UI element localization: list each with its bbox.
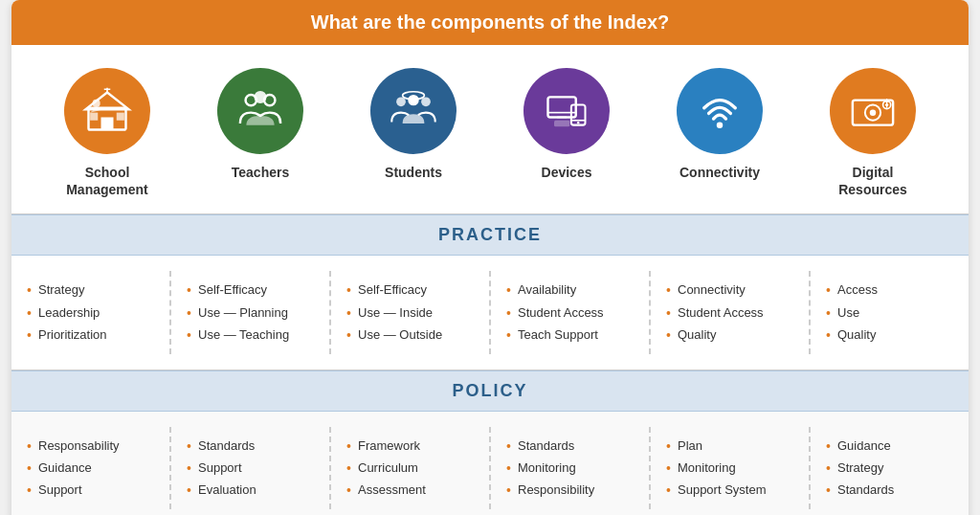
list-item: Teach Support [506, 324, 634, 346]
icon-circle-digital [830, 68, 916, 154]
practice-col-5: Connectivity Student Access Quality [651, 271, 811, 353]
list-item: Curriculum [346, 457, 474, 479]
svg-rect-2 [101, 118, 114, 130]
list-item: Standards [826, 479, 953, 501]
icon-item-devices: Devices [500, 68, 634, 198]
list-item: Strategy [27, 279, 154, 301]
policy-col-6: Guidance Strategy Standards [811, 427, 969, 509]
list-item: Quality [666, 324, 793, 346]
policy-row: Responsability Guidance Support Standard… [11, 412, 969, 515]
list-item: Quality [826, 324, 953, 346]
list-item: Monitoring [666, 457, 793, 479]
main-card: What are the components of the Index? Sc… [11, 0, 969, 515]
list-item: Student Access [666, 302, 793, 324]
icon-circle-school [64, 68, 150, 154]
icon-circle-connectivity [677, 68, 763, 154]
policy-header: POLICY [11, 370, 969, 412]
students-icon [389, 86, 438, 136]
list-item: Use — Outside [346, 324, 474, 346]
practice-col-2: Self-Efficacy Use — Planning Use — Teach… [171, 271, 331, 353]
practice-col-3: Self-Efficacy Use — Inside Use — Outside [331, 271, 491, 353]
list-item: Prioritization [27, 324, 154, 346]
list-item: Responsibility [506, 479, 634, 501]
practice-row: Strategy Leadership Prioritization Self-… [11, 256, 969, 369]
list-item: Use — Inside [346, 302, 474, 324]
list-item: Connectivity [666, 279, 793, 301]
list-item: Access [826, 279, 953, 301]
practice-header: PRACTICE [11, 214, 969, 256]
icon-item-digital: DigitalResources [806, 68, 940, 198]
policy-section: POLICY Responsability Guidance Support S… [11, 369, 969, 515]
policy-col-2: Standards Support Evaluation [171, 427, 331, 509]
list-item: Self-Efficacy [346, 279, 474, 301]
connectivity-icon [695, 86, 745, 136]
list-item: Responsability [27, 435, 154, 457]
list-item: Availability [506, 279, 634, 301]
svg-point-10 [255, 91, 267, 103]
list-item: Strategy [826, 457, 953, 479]
school-label: SchoolManagement [66, 164, 148, 198]
list-item: Support [27, 479, 154, 501]
header-bar: What are the components of the Index? [11, 0, 969, 45]
policy-col-4: Standards Monitoring Responsibility [491, 427, 651, 509]
practice-section: PRACTICE Strategy Leadership Prioritizat… [11, 213, 969, 369]
practice-col-1: Strategy Leadership Prioritization [11, 271, 171, 353]
svg-rect-21 [554, 121, 569, 127]
icon-circle-students [370, 68, 457, 154]
icon-item-teachers: Teachers [193, 68, 327, 198]
list-item: Plan [666, 435, 793, 457]
svg-rect-3 [90, 113, 98, 121]
policy-col-5: Plan Monitoring Support System [651, 427, 811, 509]
list-item: Use [826, 302, 953, 324]
digital-icon [848, 86, 898, 136]
devices-label: Devices [542, 164, 592, 181]
icon-circle-teachers [217, 68, 303, 154]
icon-item-connectivity: Connectivity [653, 68, 787, 198]
policy-col-1: Responsability Guidance Support [11, 427, 171, 509]
digital-label: DigitalResources [838, 164, 907, 198]
list-item: Assessment [346, 479, 474, 501]
svg-point-25 [870, 109, 877, 116]
students-label: Students [385, 164, 442, 181]
svg-point-22 [717, 122, 724, 128]
list-item: Evaluation [187, 479, 314, 501]
list-item: Support [187, 457, 314, 479]
icons-row: SchoolManagement Teachers [11, 45, 969, 213]
connectivity-label: Connectivity [679, 164, 760, 181]
policy-col-3: Framework Curriculum Assessment [331, 427, 491, 509]
practice-col-4: Availability Student Access Teach Suppor… [491, 271, 651, 353]
svg-rect-4 [117, 113, 124, 121]
practice-col-6: Access Use Quality [811, 271, 969, 353]
list-item: Monitoring [506, 457, 634, 479]
list-item: Leadership [27, 302, 154, 324]
teachers-icon [235, 86, 285, 136]
list-item: Standards [187, 435, 314, 457]
icon-circle-devices [523, 68, 610, 154]
list-item: Use — Teaching [187, 324, 314, 346]
svg-point-20 [577, 122, 579, 123]
list-item: Standards [506, 435, 634, 457]
list-item: Student Access [506, 302, 634, 324]
list-item: Guidance [826, 435, 953, 457]
list-item: Guidance [27, 457, 154, 479]
list-item: Support System [666, 479, 793, 501]
icon-item-school: SchoolManagement [40, 68, 174, 198]
icon-item-students: Students [346, 68, 480, 198]
main-title: What are the components of the Index? [31, 11, 949, 34]
list-item: Framework [346, 435, 474, 457]
list-item: Use — Planning [187, 302, 314, 324]
devices-icon [542, 86, 591, 136]
teachers-label: Teachers [232, 164, 289, 181]
svg-point-7 [93, 100, 100, 107]
list-item: Self-Efficacy [187, 279, 314, 301]
school-icon [82, 86, 132, 136]
